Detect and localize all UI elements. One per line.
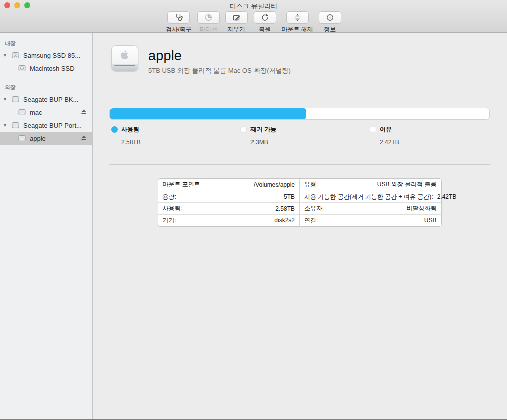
- sidebar: 내장 ▼ Samsung SSD 85... Macintosh SSD 외장 …: [0, 33, 93, 419]
- sidebar-item-label: Seagate BUP Port...: [23, 122, 92, 129]
- legend-purgeable-label: 제거 가능: [250, 125, 276, 134]
- detail-value: 2.42TB: [433, 193, 457, 200]
- detail-value: USB: [420, 217, 437, 224]
- details-left-panel: 마운트 포인트: /Volumes/apple 용량: 5TB 사용됨: 2.5…: [158, 179, 300, 226]
- detail-value: disk2s2: [270, 217, 295, 224]
- unmount-label: 마운트 해제: [282, 25, 313, 34]
- internal-disk-icon: [11, 51, 20, 59]
- sidebar-item-mac[interactable]: mac: [0, 106, 92, 119]
- detail-value: 2.58TB: [271, 205, 295, 212]
- first-aid-label: 검사/복구: [166, 25, 191, 34]
- detail-row-owner: 소유자: 비활성화됨: [300, 202, 441, 214]
- detail-label: 사용 가능한 공간(제거 가능한 공간 + 여유 공간):: [304, 193, 433, 201]
- detail-label: 유형:: [304, 180, 318, 189]
- sidebar-item-samsung-ssd[interactable]: ▼ Samsung SSD 85...: [0, 49, 92, 62]
- external-disk-icon: [11, 121, 20, 129]
- disclosure-triangle-icon[interactable]: ▼: [3, 53, 8, 58]
- unmount-icon: [286, 11, 309, 24]
- erase-button[interactable]: 지우기: [225, 11, 248, 34]
- purgeable-swatch: [240, 126, 247, 133]
- legend-used-value: 2.58TB: [121, 139, 141, 146]
- restore-icon: [254, 11, 276, 24]
- detail-row-device: 기기: disk2s2: [158, 214, 300, 226]
- detail-value: /Volumes/apple: [249, 181, 295, 188]
- legend-purgeable: 제거 가능 2.3MB: [240, 125, 276, 146]
- apple-logo-icon: [119, 49, 130, 61]
- detail-row-type: 유형: USB 외장 물리적 볼륨: [300, 179, 441, 191]
- detail-label: 마운트 포인트:: [163, 180, 202, 189]
- partition-icon: [197, 11, 220, 24]
- detail-label: 기기:: [163, 216, 176, 225]
- detail-label: 용량:: [163, 193, 176, 201]
- erase-icon: [225, 11, 248, 24]
- legend-free: 여유 2.42TB: [370, 125, 399, 146]
- erase-label: 지우기: [227, 25, 245, 34]
- restore-button[interactable]: 복원: [254, 11, 276, 34]
- sidebar-item-label: Macintosh SSD: [30, 65, 92, 72]
- legend-used-label: 사용됨: [121, 125, 139, 134]
- details-right-panel: 유형: USB 외장 물리적 볼륨 사용 가능한 공간(제거 가능한 공간 + …: [300, 179, 441, 226]
- internal-disk-icon: [18, 64, 26, 72]
- detail-label: 연결:: [304, 216, 318, 225]
- partition-button[interactable]: 파티션: [197, 11, 220, 34]
- detail-value: 5TB: [280, 193, 295, 200]
- volume-title: apple: [148, 48, 291, 64]
- divider: [109, 164, 490, 165]
- window-title: 디스크 유틸리티: [0, 2, 507, 11]
- disclosure-triangle-icon[interactable]: ▼: [3, 97, 8, 102]
- usage-bar-used-segment: [110, 108, 306, 119]
- eject-icon[interactable]: [80, 135, 87, 141]
- sidebar-section-external: 외장: [0, 82, 92, 93]
- detail-value: USB 외장 물리적 볼륨: [373, 180, 437, 189]
- main-pane: apple 5TB USB 외장 물리적 볼륨 Mac OS 확장(저널링) 사…: [93, 33, 507, 419]
- sidebar-item-seagate-bup-bk[interactable]: ▼ Seagate BUP BK...: [0, 93, 92, 106]
- eject-icon[interactable]: [80, 109, 87, 115]
- usage-bar: [109, 108, 490, 120]
- details-table: 마운트 포인트: /Volumes/apple 용량: 5TB 사용됨: 2.5…: [158, 178, 442, 227]
- toolbar: 검사/복구 파티션: [0, 11, 507, 34]
- used-swatch: [111, 126, 118, 133]
- detail-value: 비활성화됨: [403, 204, 437, 213]
- detail-row-mount-point: 마운트 포인트: /Volumes/apple: [158, 179, 300, 191]
- sidebar-item-seagate-bup-port[interactable]: ▼ Seagate BUP Port...: [0, 119, 92, 132]
- free-swatch: [370, 126, 376, 133]
- info-button[interactable]: 정보: [319, 11, 341, 34]
- sidebar-section-internal: 내장: [0, 38, 92, 49]
- legend-free-value: 2.42TB: [380, 139, 399, 146]
- detail-row-used: 사용됨: 2.58TB: [158, 202, 300, 214]
- external-disk-icon: [18, 134, 26, 142]
- usage-legend: 사용됨 2.58TB 제거 가능 2.3MB 여유 2.4: [109, 125, 490, 151]
- disclosure-triangle-icon[interactable]: ▼: [3, 123, 8, 128]
- sidebar-item-label: Seagate BUP BK...: [23, 96, 92, 103]
- device-slot: [114, 65, 135, 66]
- titlebar: 디스크 유틸리티 검사/복구: [0, 0, 507, 33]
- legend-purgeable-value: 2.3MB: [250, 139, 276, 146]
- detail-label: 사용됨:: [163, 204, 182, 213]
- info-icon: [319, 11, 341, 24]
- sidebar-item-apple[interactable]: apple: [0, 132, 92, 145]
- disk-utility-window: 디스크 유틸리티 검사/복구: [0, 0, 507, 420]
- sidebar-item-macintosh-ssd[interactable]: Macintosh SSD: [0, 62, 92, 75]
- external-device-icon: [111, 45, 138, 71]
- external-disk-icon: [18, 108, 26, 116]
- sidebar-item-label: Samsung SSD 85...: [23, 52, 92, 59]
- partition-label: 파티션: [199, 25, 217, 34]
- first-aid-icon: [167, 11, 190, 24]
- divider: [109, 94, 490, 94]
- info-label: 정보: [324, 25, 336, 34]
- restore-label: 복원: [259, 25, 271, 34]
- external-disk-icon: [11, 95, 20, 103]
- detail-row-capacity: 용량: 5TB: [158, 191, 300, 203]
- legend-used: 사용됨 2.58TB: [111, 125, 141, 146]
- volume-subtitle: 5TB USB 외장 물리적 볼륨 Mac OS 확장(저널링): [148, 66, 291, 75]
- detail-row-connection: 연결: USB: [300, 214, 441, 226]
- first-aid-button[interactable]: 검사/복구: [166, 11, 191, 34]
- unmount-button[interactable]: 마운트 해제: [282, 11, 313, 34]
- volume-header: apple 5TB USB 외장 물리적 볼륨 Mac OS 확장(저널링): [109, 45, 490, 75]
- detail-label: 소유자:: [304, 204, 324, 213]
- legend-free-label: 여유: [380, 125, 392, 134]
- detail-row-available: 사용 가능한 공간(제거 가능한 공간 + 여유 공간): 2.42TB: [300, 191, 441, 203]
